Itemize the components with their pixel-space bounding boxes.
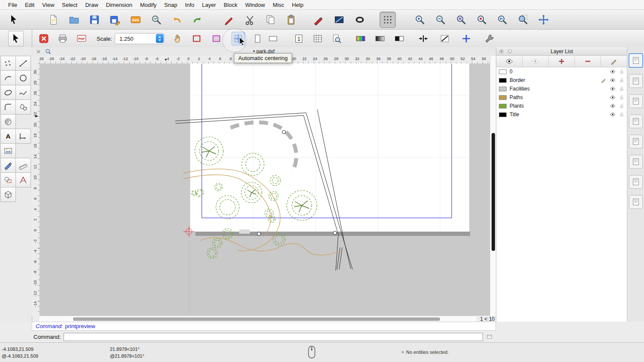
vertical-scrollbar-thumb[interactable] [492,133,495,251]
layer-row-paths[interactable]: Paths [496,93,627,102]
drawing-canvas[interactable] [39,63,490,316]
line-width-scale-button[interactable] [438,32,451,45]
layer-row-plants[interactable]: Plants [496,102,627,110]
text-tool[interactable]: A [0,129,16,144]
fit-to-page-button[interactable] [417,32,430,45]
paste-button[interactable] [283,12,299,27]
dock-notes[interactable] [629,175,643,189]
zoom-out-button[interactable] [433,12,448,27]
color-print-button[interactable] [354,32,367,45]
dimension-tools[interactable] [15,129,31,144]
zoom-window-button[interactable] [515,12,531,27]
fill-tool[interactable] [0,158,16,173]
modify-tools[interactable] [0,172,16,187]
export-svg-button[interactable]: SVG [128,12,143,27]
open-document-button[interactable] [66,12,82,27]
preferences-button[interactable] [483,32,496,45]
remove-layer-button[interactable] [575,56,601,67]
hide-all-layers-button[interactable] [522,56,549,67]
menu-snap[interactable]: Snap [161,2,181,8]
marker-pen-button[interactable] [311,12,326,27]
dock-entity-filter[interactable] [629,135,643,148]
layer-visibility-icon[interactable] [610,86,616,92]
menu-draw[interactable]: Draw [81,2,102,8]
blackwhite-print-button[interactable] [393,32,406,45]
menu-view[interactable]: View [38,2,58,8]
menu-select[interactable]: Select [58,2,81,8]
hatch-tool[interactable] [0,114,16,129]
undo-button[interactable] [169,12,185,27]
dock-layer-list[interactable] [629,94,643,108]
layer-visibility-icon[interactable] [610,94,616,100]
scale-select[interactable]: 1:250 [115,33,164,44]
layer-visibility-icon[interactable] [610,103,616,109]
add-layer-button[interactable] [549,56,575,67]
circle-tools[interactable] [15,70,31,85]
point-tools[interactable] [0,56,16,71]
dock-clipboard[interactable] [629,195,643,209]
ellipse-mode-button[interactable] [352,12,368,27]
layer-row-0[interactable]: 0 [496,67,627,76]
move-paper-button[interactable] [171,32,184,45]
landscape-orientation-button[interactable] [267,32,279,45]
spline-tools[interactable] [15,85,31,100]
panel-close-icon[interactable] [498,48,504,54]
menu-file[interactable]: File [4,2,21,8]
polygon-tools[interactable] [15,100,31,115]
layer-row-title[interactable]: Title [496,110,627,119]
ellipse-tools[interactable] [0,85,16,100]
dock-pen-palette[interactable] [629,53,643,68]
dock-properties[interactable] [629,155,643,169]
vertical-scrollbar[interactable] [490,56,496,316]
pen-style-button[interactable] [222,12,237,27]
selection-rect-button[interactable] [331,12,347,27]
menu-block[interactable]: Block [220,2,241,8]
menu-edit[interactable]: Edit [21,2,38,8]
pan-button[interactable] [536,12,551,27]
layer-row-border[interactable]: Border [496,76,627,84]
menu-layer[interactable]: Layer [198,2,220,8]
menu-help[interactable]: Help [288,2,307,8]
snap-tools[interactable] [15,172,31,187]
zoom-redraw-button[interactable] [474,12,489,27]
new-document-button[interactable] [46,12,61,27]
panel-detach-icon[interactable] [507,48,513,54]
horizontal-scrollbar-thumb[interactable] [73,317,440,321]
dock-block-list[interactable] [629,74,643,88]
menu-dimension[interactable]: Dimension [102,2,136,8]
fillet-tools[interactable] [0,100,16,115]
selection-pointer-tool[interactable] [6,12,21,27]
print-button[interactable] [56,32,69,45]
image-tool[interactable] [0,143,16,158]
inspect-zoom-button[interactable] [149,12,164,27]
solid-tools[interactable] [0,187,16,202]
edit-layer-button[interactable] [601,56,627,67]
stepper-icon[interactable] [156,34,164,43]
arc-tools[interactable] [0,70,16,85]
redo-button[interactable] [190,12,205,27]
pointer-tool-cell[interactable] [0,30,32,48]
command-input[interactable] [64,333,483,341]
line-tools[interactable] [15,56,31,71]
layer-lock-icon[interactable] [619,69,625,75]
save-button[interactable] [87,12,102,27]
paper-grid-button[interactable] [210,32,223,45]
portrait-orientation-button[interactable] [251,32,264,45]
layer-visibility-icon[interactable] [610,77,616,83]
draft-crosshair-button[interactable] [460,32,473,45]
measure-tools[interactable] [15,158,31,173]
menu-misc[interactable]: Misc [269,2,288,8]
zoom-previous-button[interactable] [495,12,510,27]
layer-lock-icon[interactable] [619,103,625,109]
automatic-centering-button[interactable] [231,32,245,45]
zoom-auto-button[interactable] [453,12,469,27]
menu-window[interactable]: Window [241,2,269,8]
layer-lock-icon[interactable] [619,94,625,100]
zoom-in-button[interactable] [412,12,428,27]
close-print-preview-button[interactable] [37,32,50,45]
grayscale-print-button[interactable] [374,32,386,45]
multi-page-button[interactable] [311,32,324,45]
layer-visibility-icon[interactable] [610,112,616,118]
save-as-button[interactable] [107,12,123,27]
layer-lock-icon[interactable] [619,86,625,92]
